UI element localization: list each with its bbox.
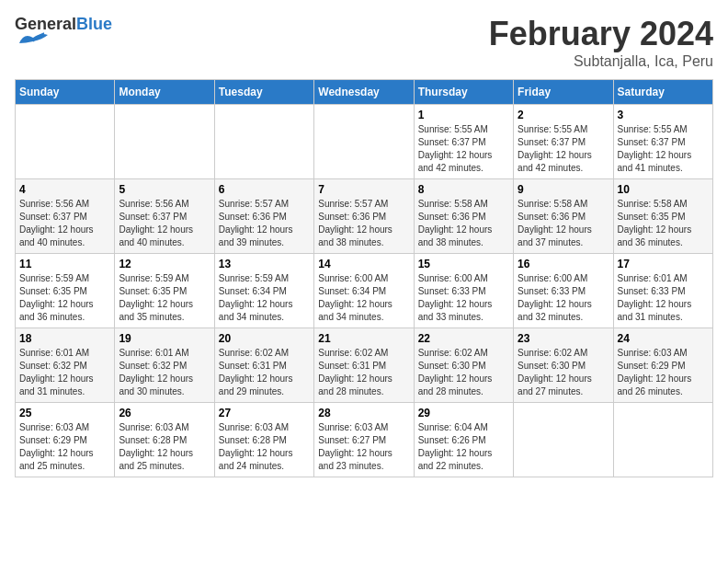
day-info: Sunrise: 5:58 AMSunset: 6:36 PMDaylight:…: [418, 198, 509, 249]
day-info: Sunrise: 6:04 AMSunset: 6:26 PMDaylight:…: [418, 421, 509, 473]
day-number: 4: [19, 183, 110, 196]
day-info: Sunrise: 5:59 AMSunset: 6:35 PMDaylight:…: [119, 272, 210, 324]
day-number: 18: [19, 332, 110, 345]
calendar-cell: 28Sunrise: 6:03 AMSunset: 6:27 PMDayligh…: [314, 403, 414, 477]
day-info: Sunrise: 6:02 AMSunset: 6:31 PMDaylight:…: [318, 347, 409, 398]
day-info: Sunrise: 5:59 AMSunset: 6:34 PMDaylight:…: [219, 272, 310, 324]
location-subtitle: Subtanjalla, Ica, Peru: [489, 53, 713, 70]
day-number: 28: [318, 407, 409, 419]
day-info: Sunrise: 6:02 AMSunset: 6:30 PMDaylight:…: [518, 347, 609, 398]
day-number: 2: [518, 109, 609, 121]
calendar-cell: 5Sunrise: 5:56 AMSunset: 6:37 PMDaylight…: [115, 179, 214, 254]
day-info: Sunrise: 5:55 AMSunset: 6:37 PMDaylight:…: [618, 123, 709, 175]
calendar-cell: [16, 105, 115, 179]
day-header-sunday: Sunday: [16, 80, 115, 105]
day-info: Sunrise: 5:58 AMSunset: 6:36 PMDaylight:…: [518, 198, 609, 249]
day-number: 26: [119, 407, 210, 419]
day-number: 7: [318, 183, 409, 196]
day-info: Sunrise: 6:03 AMSunset: 6:29 PMDaylight:…: [19, 421, 110, 473]
logo-bird-icon: [15, 30, 51, 47]
day-info: Sunrise: 5:57 AMSunset: 6:36 PMDaylight:…: [219, 198, 310, 249]
day-number: 29: [418, 407, 509, 419]
day-info: Sunrise: 6:03 AMSunset: 6:27 PMDaylight:…: [318, 421, 409, 473]
day-info: Sunrise: 5:58 AMSunset: 6:35 PMDaylight:…: [618, 198, 709, 249]
calendar-cell: [314, 105, 414, 179]
day-header-monday: Monday: [115, 80, 214, 105]
calendar-cell: 21Sunrise: 6:02 AMSunset: 6:31 PMDayligh…: [314, 328, 414, 403]
calendar-cell: 26Sunrise: 6:03 AMSunset: 6:28 PMDayligh…: [115, 403, 214, 477]
day-info: Sunrise: 5:57 AMSunset: 6:36 PMDaylight:…: [318, 198, 409, 249]
day-number: 20: [219, 332, 310, 345]
day-info: Sunrise: 5:59 AMSunset: 6:35 PMDaylight:…: [19, 272, 110, 324]
day-number: 17: [618, 258, 709, 270]
day-info: Sunrise: 6:00 AMSunset: 6:33 PMDaylight:…: [518, 272, 609, 324]
calendar-cell: 17Sunrise: 6:01 AMSunset: 6:33 PMDayligh…: [613, 254, 712, 328]
day-info: Sunrise: 6:02 AMSunset: 6:30 PMDaylight:…: [418, 347, 509, 398]
day-header-tuesday: Tuesday: [214, 80, 313, 105]
day-header-saturday: Saturday: [613, 80, 712, 105]
calendar-cell: 23Sunrise: 6:02 AMSunset: 6:30 PMDayligh…: [514, 328, 613, 403]
day-info: Sunrise: 6:01 AMSunset: 6:33 PMDaylight:…: [618, 272, 709, 324]
day-info: Sunrise: 5:55 AMSunset: 6:37 PMDaylight:…: [418, 123, 509, 175]
day-number: 24: [618, 332, 709, 345]
day-number: 1: [418, 109, 509, 121]
day-info: Sunrise: 6:03 AMSunset: 6:28 PMDaylight:…: [119, 421, 210, 473]
day-info: Sunrise: 6:00 AMSunset: 6:33 PMDaylight:…: [418, 272, 509, 324]
day-number: 12: [119, 258, 210, 270]
calendar-cell: 16Sunrise: 6:00 AMSunset: 6:33 PMDayligh…: [514, 254, 613, 328]
logo: GeneralBlue: [15, 15, 112, 47]
calendar-cell: 7Sunrise: 5:57 AMSunset: 6:36 PMDaylight…: [314, 179, 414, 254]
week-row-4: 25Sunrise: 6:03 AMSunset: 6:29 PMDayligh…: [16, 403, 713, 477]
day-number: 9: [518, 183, 609, 196]
day-info: Sunrise: 5:55 AMSunset: 6:37 PMDaylight:…: [518, 123, 609, 175]
calendar-cell: [115, 105, 214, 179]
calendar-cell: 8Sunrise: 5:58 AMSunset: 6:36 PMDaylight…: [414, 179, 513, 254]
week-row-1: 4Sunrise: 5:56 AMSunset: 6:37 PMDaylight…: [16, 179, 713, 254]
week-row-2: 11Sunrise: 5:59 AMSunset: 6:35 PMDayligh…: [16, 254, 713, 328]
day-info: Sunrise: 6:00 AMSunset: 6:34 PMDaylight:…: [318, 272, 409, 324]
day-number: 22: [418, 332, 509, 345]
day-info: Sunrise: 6:02 AMSunset: 6:31 PMDaylight:…: [219, 347, 310, 398]
calendar-cell: 11Sunrise: 5:59 AMSunset: 6:35 PMDayligh…: [16, 254, 115, 328]
calendar-cell: 6Sunrise: 5:57 AMSunset: 6:36 PMDaylight…: [214, 179, 313, 254]
calendar-cell: [214, 105, 313, 179]
day-number: 3: [618, 109, 709, 121]
header: GeneralBlue February 2024 Subtanjalla, I…: [15, 15, 713, 70]
day-number: 15: [418, 258, 509, 270]
day-header-wednesday: Wednesday: [314, 80, 414, 105]
calendar-cell: 20Sunrise: 6:02 AMSunset: 6:31 PMDayligh…: [214, 328, 313, 403]
day-number: 10: [618, 183, 709, 196]
day-info: Sunrise: 5:56 AMSunset: 6:37 PMDaylight:…: [19, 198, 110, 249]
day-number: 16: [518, 258, 609, 270]
calendar-cell: 1Sunrise: 5:55 AMSunset: 6:37 PMDaylight…: [414, 105, 513, 179]
day-info: Sunrise: 6:03 AMSunset: 6:28 PMDaylight:…: [219, 421, 310, 473]
calendar-cell: 15Sunrise: 6:00 AMSunset: 6:33 PMDayligh…: [414, 254, 513, 328]
calendar-cell: 14Sunrise: 6:00 AMSunset: 6:34 PMDayligh…: [314, 254, 414, 328]
day-number: 14: [318, 258, 409, 270]
day-info: Sunrise: 6:03 AMSunset: 6:29 PMDaylight:…: [618, 347, 709, 398]
calendar-cell: 29Sunrise: 6:04 AMSunset: 6:26 PMDayligh…: [414, 403, 513, 477]
calendar-cell: 27Sunrise: 6:03 AMSunset: 6:28 PMDayligh…: [214, 403, 313, 477]
week-row-3: 18Sunrise: 6:01 AMSunset: 6:32 PMDayligh…: [16, 328, 713, 403]
day-number: 23: [518, 332, 609, 345]
calendar-cell: 4Sunrise: 5:56 AMSunset: 6:37 PMDaylight…: [16, 179, 115, 254]
calendar-cell: 9Sunrise: 5:58 AMSunset: 6:36 PMDaylight…: [514, 179, 613, 254]
day-number: 13: [219, 258, 310, 270]
day-info: Sunrise: 6:01 AMSunset: 6:32 PMDaylight:…: [19, 347, 110, 398]
calendar-cell: 22Sunrise: 6:02 AMSunset: 6:30 PMDayligh…: [414, 328, 513, 403]
logo-blue-text: Blue: [76, 15, 112, 33]
calendar-cell: 2Sunrise: 5:55 AMSunset: 6:37 PMDaylight…: [514, 105, 613, 179]
day-header-thursday: Thursday: [414, 80, 513, 105]
day-header-friday: Friday: [514, 80, 613, 105]
day-number: 5: [119, 183, 210, 196]
calendar-cell: 25Sunrise: 6:03 AMSunset: 6:29 PMDayligh…: [16, 403, 115, 477]
calendar-cell: [514, 403, 613, 477]
day-number: 27: [219, 407, 310, 419]
calendar-cell: 12Sunrise: 5:59 AMSunset: 6:35 PMDayligh…: [115, 254, 214, 328]
calendar-cell: 3Sunrise: 5:55 AMSunset: 6:37 PMDaylight…: [613, 105, 712, 179]
week-row-0: 1Sunrise: 5:55 AMSunset: 6:37 PMDaylight…: [16, 105, 713, 179]
day-number: 6: [219, 183, 310, 196]
calendar-cell: 13Sunrise: 5:59 AMSunset: 6:34 PMDayligh…: [214, 254, 313, 328]
day-number: 11: [19, 258, 110, 270]
calendar-cell: 18Sunrise: 6:01 AMSunset: 6:32 PMDayligh…: [16, 328, 115, 403]
